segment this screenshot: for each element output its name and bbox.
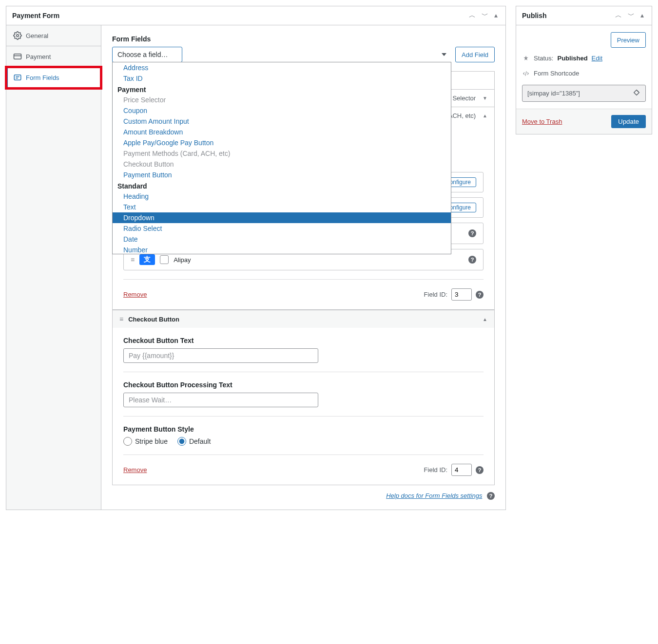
copy-icon[interactable] (633, 89, 640, 98)
move-to-trash-link[interactable]: Move to Trash (522, 118, 562, 125)
help-icon[interactable]: ? (476, 466, 484, 474)
drag-handle-icon[interactable]: ≡ (131, 256, 135, 264)
dropdown-item[interactable]: Heading (113, 191, 451, 202)
status-value: Published (557, 55, 587, 62)
form-icon (13, 73, 22, 82)
dropdown-item[interactable]: Coupon (113, 105, 451, 116)
panel-down-icon[interactable]: ﹀ (480, 10, 490, 21)
chevron-up-icon[interactable]: ▲ (483, 113, 487, 118)
alipay-badge-icon: 支 (139, 254, 155, 265)
checkout-text-input[interactable] (123, 348, 318, 363)
svg-line-6 (525, 71, 526, 76)
shortcode-box: [simpay id="1385"] (522, 85, 646, 102)
drag-handle-icon[interactable]: ≡ (119, 315, 123, 323)
radio-default-input[interactable] (177, 437, 186, 446)
checkout-processing-label: Checkout Button Processing Text (123, 381, 484, 389)
chevron-up-icon[interactable]: ▲ (483, 317, 487, 322)
tab-payment[interactable]: Payment (6, 46, 101, 67)
field-id-input[interactable] (451, 288, 472, 301)
help-icon[interactable]: ? (468, 229, 476, 237)
payment-button-style-label: Payment Button Style (123, 425, 484, 433)
help-icon[interactable]: ? (468, 256, 476, 264)
choose-field-dropdown[interactable]: AddressTax IDPaymentPrice SelectorCoupon… (112, 62, 451, 254)
dropdown-item[interactable]: Dropdown (113, 212, 451, 223)
preview-button[interactable]: Preview (611, 32, 646, 48)
dropdown-item: Price Selector (113, 95, 451, 105)
publish-header: Publish ︿ ﹀ ▴ (516, 6, 652, 25)
choose-field-select[interactable]: Choose a field… (112, 47, 182, 62)
field-id-label: Field ID: (424, 466, 447, 474)
svg-rect-3 (14, 75, 21, 80)
card-icon (13, 52, 22, 61)
help-docs-link[interactable]: Help docs for Form Fields settings (386, 492, 482, 499)
help-icon[interactable]: ? (476, 291, 484, 299)
svg-point-0 (17, 35, 19, 37)
remove-link[interactable]: Remove (123, 291, 147, 298)
main-panel-header: Payment Form ︿ ﹀ ▴ (6, 6, 505, 25)
dropdown-item[interactable]: Text (113, 202, 451, 212)
tab-payment-label: Payment (26, 53, 51, 60)
add-field-button[interactable]: Add Field (455, 47, 495, 62)
panel-up-icon[interactable]: ︿ (613, 10, 624, 21)
checkout-panel: Checkout Button Text Checkout Button Pro… (112, 328, 495, 485)
update-button[interactable]: Update (611, 115, 646, 128)
dropdown-item[interactable]: Tax ID (113, 73, 451, 84)
code-icon (522, 70, 530, 77)
dropdown-group-label: Standard (113, 180, 451, 191)
gear-icon (13, 31, 22, 40)
dropdown-item[interactable]: Date (113, 234, 451, 245)
form-fields-heading: Form Fields (112, 35, 495, 43)
status-label: Status: (534, 55, 553, 62)
checkout-processing-input[interactable] (123, 393, 318, 407)
panel-toggle-icon[interactable]: ▴ (492, 10, 500, 21)
tab-general[interactable]: General (6, 25, 101, 46)
main-panel-title: Payment Form (12, 12, 59, 19)
shortcode-label: Form Shortcode (534, 70, 579, 77)
alipay-checkbox[interactable] (160, 255, 169, 264)
checkout-text-label: Checkout Button Text (123, 337, 484, 344)
publish-title: Publish (522, 12, 547, 19)
field-id-input[interactable] (451, 464, 472, 476)
help-icon[interactable]: ? (487, 492, 495, 500)
panel-down-icon[interactable]: ﹀ (626, 10, 637, 21)
dropdown-item[interactable]: Radio Select (113, 223, 451, 234)
dropdown-item[interactable]: Address (113, 62, 451, 73)
panel-toggle-icon[interactable]: ▴ (639, 10, 646, 21)
shortcode-value: [simpay id="1385"] (527, 90, 580, 97)
chevron-down-icon[interactable]: ▼ (483, 95, 487, 101)
dropdown-item[interactable]: Custom Amount Input (113, 116, 451, 127)
alipay-label: Alipay (174, 256, 191, 264)
tab-general-label: General (26, 32, 48, 39)
panel-up-icon[interactable]: ︿ (467, 10, 478, 21)
row-checkout-button[interactable]: ≡ Checkout Button ▲ (112, 310, 495, 328)
dropdown-item: Payment Methods (Card, ACH, etc) (113, 148, 451, 159)
pin-icon (522, 55, 530, 62)
dropdown-item[interactable]: Payment Button (113, 170, 451, 180)
dropdown-group-label: Payment (113, 84, 451, 95)
svg-rect-1 (14, 54, 21, 59)
svg-line-7 (637, 91, 639, 92)
edit-status-link[interactable]: Edit (592, 55, 602, 62)
radio-default[interactable]: Default (177, 437, 211, 446)
dropdown-item: Checkout Button (113, 159, 451, 170)
dropdown-item[interactable]: Number (113, 245, 451, 254)
field-id-label: Field ID: (424, 291, 447, 298)
dropdown-item[interactable]: Apple Pay/Google Pay Button (113, 137, 451, 148)
remove-link[interactable]: Remove (123, 466, 147, 474)
tab-form-fields[interactable]: Form Fields (6, 67, 101, 88)
tabs-sidebar: General Payment Form Fields (6, 25, 101, 510)
tab-form-fields-label: Form Fields (26, 74, 59, 81)
radio-stripe-blue[interactable]: Stripe blue (123, 437, 168, 446)
dropdown-item[interactable]: Amount Breakdown (113, 127, 451, 137)
radio-stripe-blue-input[interactable] (123, 437, 132, 446)
row-checkout-button-label: Checkout Button (128, 316, 179, 323)
